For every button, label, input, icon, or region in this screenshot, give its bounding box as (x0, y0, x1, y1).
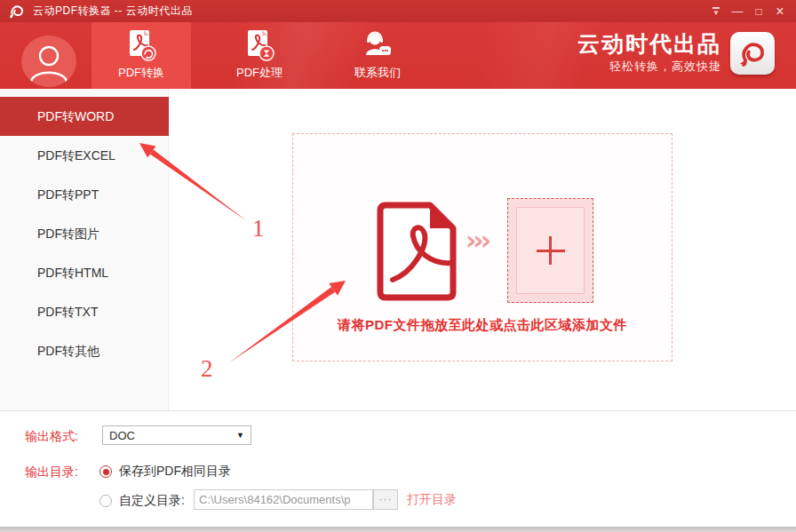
tab-contact-us[interactable]: 联系我们 (328, 22, 427, 89)
pdf-file-icon (371, 198, 460, 301)
custom-dir-input[interactable] (194, 489, 373, 510)
header-tabs: PDF转换 PDF处理 (92, 22, 446, 89)
sidebar-item-pdf-to-word[interactable]: PDF转WORD (0, 97, 169, 136)
output-format-select[interactable]: DOC ▼ (102, 425, 251, 445)
window-bottom-edge (0, 527, 796, 532)
tab-label: 联系我们 (354, 65, 401, 81)
sidebar-item-pdf-to-txt[interactable]: PDF转TXT (0, 292, 169, 331)
sidebar-item-pdf-to-html[interactable]: PDF转HTML (0, 253, 169, 292)
user-avatar[interactable] (21, 36, 76, 87)
brand-subtitle: 轻松转换，高效快捷 (577, 59, 721, 75)
same-dir-option-label[interactable]: 保存到PDF相同目录 (119, 464, 231, 480)
plusbox-inner (516, 207, 585, 294)
same-dir-radio[interactable] (100, 465, 112, 478)
pdf-process-icon (244, 28, 275, 63)
menu-triangle-icon: ▼ (712, 7, 720, 16)
skin-menu-button[interactable]: ▼ (705, 0, 727, 22)
sidebar-item-pdf-to-other[interactable]: PDF转其他 (0, 331, 169, 370)
tab-pdf-process[interactable]: PDF处理 (210, 22, 309, 89)
chevron-down-icon: ▼ (236, 431, 244, 440)
brand-title: 云动时代出品 (577, 31, 721, 56)
dropzone-caption: 请将PDF文件拖放至此处或点击此区域添加文件 (293, 317, 672, 334)
open-dir-link[interactable]: 打开目录 (407, 492, 457, 508)
tab-label: PDF处理 (236, 65, 283, 81)
browse-button[interactable]: ··· (373, 489, 398, 510)
contact-headset-icon (362, 28, 393, 63)
annotation-number-2: 2 (201, 355, 213, 383)
window-controls: ▼ — □ × (705, 0, 791, 22)
output-format-label: 输出格式: (25, 429, 78, 445)
close-button[interactable]: × (769, 0, 791, 22)
sidebar-item-pdf-to-excel[interactable]: PDF转EXCEL (0, 136, 169, 175)
header: PDF转换 PDF处理 (0, 22, 796, 89)
annotation-number-1: 1 (252, 215, 265, 242)
add-file-target[interactable] (507, 198, 593, 303)
brand-text: 云动时代出品 轻松转换，高效快捷 (577, 31, 721, 75)
tab-label: PDF转换 (118, 65, 164, 81)
app-window: 云动PDF转换器 -- 云动时代出品 ▼ — □ × (0, 0, 796, 532)
window-title: 云动PDF转换器 -- 云动时代出品 (33, 4, 193, 19)
output-dir-label: 输出目录: (25, 465, 78, 480)
minimize-button[interactable]: — (727, 0, 748, 22)
brand-block: 云动时代出品 轻松转换，高效快捷 (577, 31, 775, 75)
output-format-value: DOC (109, 429, 135, 442)
file-drop-zone[interactable]: ››› 请将PDF文件拖放至此处或点击此区域添加文件 (292, 133, 673, 361)
maximize-button[interactable]: □ (748, 0, 769, 22)
custom-dir-option-label[interactable]: 自定义目录: (119, 493, 185, 509)
brand-logo-icon (730, 32, 775, 75)
app-logo-icon (8, 4, 26, 20)
titlebar: 云动PDF转换器 -- 云动时代出品 ▼ — □ × (0, 0, 796, 22)
output-panel: 输出格式: DOC ▼ 输出目录: 保存到PDF相同目录 自定义目录: ··· … (0, 411, 796, 527)
sidebar-item-pdf-to-image[interactable]: PDF转图片 (0, 214, 169, 253)
custom-dir-radio[interactable] (100, 495, 112, 507)
chevrons-icon: ››› (466, 225, 488, 256)
sidebar-item-pdf-to-ppt[interactable]: PDF转PPT (0, 175, 169, 214)
sidebar: PDF转WORD PDF转EXCEL PDF转PPT PDF转图片 PDF转HT… (0, 89, 169, 410)
person-icon (23, 36, 75, 87)
pdf-convert-icon (126, 28, 156, 63)
plus-icon (549, 236, 552, 265)
tab-pdf-convert[interactable]: PDF转换 (92, 22, 191, 89)
